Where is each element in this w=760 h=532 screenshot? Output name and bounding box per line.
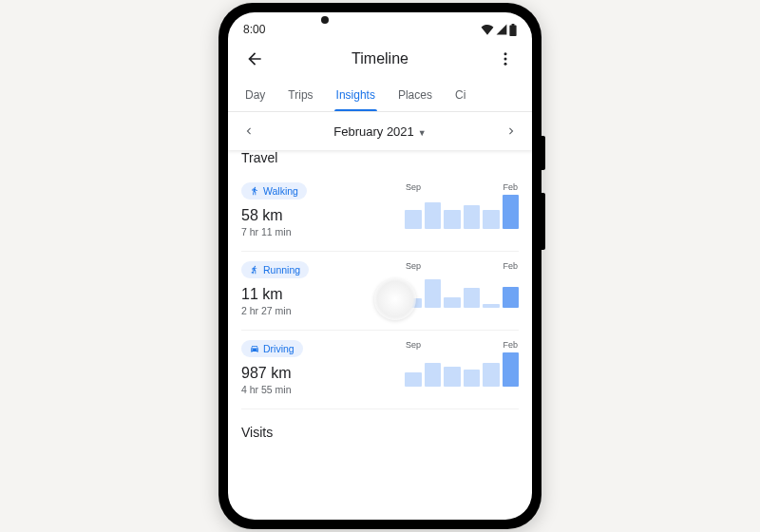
month-dropdown[interactable]: February 2021▼	[270, 124, 490, 139]
activity-chip-walking[interactable]: Walking	[241, 182, 307, 200]
chart-bar	[464, 370, 481, 387]
month-next-button[interactable]	[490, 124, 532, 138]
month-prev-button[interactable]	[228, 124, 270, 138]
travel-card-walking[interactable]: Walking58 km7 hr 11 minSepFeb	[241, 173, 519, 252]
section-header-travel: Travel	[241, 150, 519, 165]
chart-bar	[503, 287, 520, 308]
chart-bar	[483, 363, 500, 387]
travel-card-running[interactable]: Running11 km2 hr 27 minSepFeb	[241, 252, 519, 331]
activity-chip-driving[interactable]: Driving	[241, 340, 303, 357]
content-scroll[interactable]: Travel Walking58 km7 hr 11 minSepFebRunn…	[228, 150, 532, 440]
chart-bar	[503, 352, 520, 387]
tab-label: Insights	[336, 88, 375, 102]
phone-side-button	[542, 136, 545, 170]
activity-mini-chart: SepFeb	[405, 340, 519, 387]
chart-bar	[483, 304, 500, 308]
chart-bar	[464, 288, 481, 308]
chart-axis-end: Feb	[503, 182, 518, 192]
chart-bars	[405, 195, 519, 229]
page-title: Timeline	[352, 50, 408, 67]
cell-signal-icon	[496, 24, 507, 35]
tab-places[interactable]: Places	[387, 79, 444, 111]
chart-bar	[425, 279, 442, 308]
tab-label: Day	[245, 88, 265, 102]
chevron-left-icon	[242, 124, 256, 138]
tab-cities[interactable]: Ci	[444, 79, 477, 111]
chart-axis-end: Feb	[503, 261, 518, 271]
month-label-text: February 2021	[333, 124, 414, 139]
chart-axis-start: Sep	[406, 340, 421, 350]
tab-label: Trips	[288, 88, 313, 102]
driving-icon	[250, 344, 259, 353]
wifi-icon	[481, 24, 494, 35]
section-header-visits: Visits	[241, 425, 519, 440]
chart-bar	[444, 210, 461, 229]
svg-point-2	[504, 63, 507, 66]
tab-label: Ci	[455, 88, 466, 102]
more-vert-icon	[497, 50, 514, 67]
tab-trips[interactable]: Trips	[276, 79, 324, 111]
chart-bars	[405, 352, 519, 387]
month-selector: February 2021▼	[228, 112, 532, 150]
battery-icon	[509, 24, 517, 36]
screen: 8:00 Timeline Day Trips Insights Places …	[228, 12, 532, 520]
chart-bar	[425, 202, 442, 229]
tab-label: Places	[398, 88, 432, 102]
activity-chip-label: Running	[263, 264, 300, 276]
chart-bars	[405, 274, 519, 308]
activity-mini-chart: SepFeb	[405, 182, 519, 229]
svg-point-0	[504, 52, 507, 55]
activity-chip-running[interactable]: Running	[241, 261, 309, 278]
activity-chip-label: Driving	[263, 343, 294, 354]
tabs: Day Trips Insights Places Ci	[228, 79, 532, 112]
back-button[interactable]	[241, 46, 268, 72]
chart-bar	[464, 205, 481, 229]
chevron-right-icon	[504, 124, 518, 138]
caret-down-icon: ▼	[418, 128, 427, 138]
chart-axis-start: Sep	[406, 261, 421, 271]
running-icon	[250, 265, 259, 275]
overflow-menu-button[interactable]	[492, 46, 519, 72]
chart-bar	[444, 297, 461, 308]
arrow-back-icon	[245, 49, 264, 68]
chart-bar	[425, 363, 442, 387]
chart-bar	[405, 298, 422, 308]
chart-axis-end: Feb	[503, 340, 518, 350]
status-time: 8:00	[243, 23, 265, 36]
chart-bar	[444, 367, 461, 387]
status-icons	[481, 24, 517, 36]
status-bar: 8:00	[228, 12, 532, 39]
chart-bar	[483, 210, 500, 229]
chart-bar	[405, 210, 422, 229]
svg-point-1	[504, 58, 507, 61]
travel-card-driving[interactable]: Driving987 km4 hr 55 minSepFeb	[241, 331, 519, 409]
chart-bar	[503, 195, 520, 229]
app-bar: Timeline	[228, 39, 532, 79]
tab-insights[interactable]: Insights	[325, 79, 387, 111]
phone-frame: 8:00 Timeline Day Trips Insights Places …	[218, 3, 542, 529]
activity-chip-label: Walking	[263, 185, 298, 197]
chart-axis-start: Sep	[406, 182, 421, 192]
activity-mini-chart: SepFeb	[405, 261, 519, 308]
chart-bar	[405, 372, 422, 387]
walking-icon	[250, 186, 259, 196]
phone-side-button	[542, 193, 545, 250]
tab-day[interactable]: Day	[234, 79, 276, 111]
